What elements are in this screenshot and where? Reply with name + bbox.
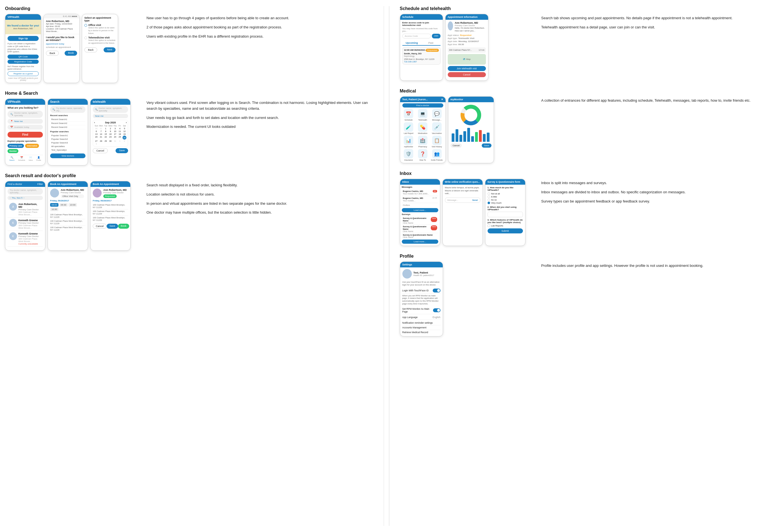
d3b[interactable]: 3	[94, 143, 98, 145]
d19[interactable]: 19	[122, 133, 127, 135]
q1-opt-3[interactable]: So so	[487, 199, 523, 201]
d14[interactable]: 14	[99, 133, 103, 135]
ph3-addr-2[interactable]: 100 Cadman Plaza West Brooklyn, NY 11229	[93, 210, 128, 216]
d17[interactable]: 17	[113, 133, 117, 135]
surveys-label[interactable]: Surveys	[402, 213, 438, 216]
how-to-icon-item[interactable]: ❓ How To	[416, 149, 429, 161]
upcoming-tab[interactable]: Upcoming	[402, 41, 421, 46]
appt-item-sched[interactable]: 12:00 AM 06/04/2021 Requested Smith, Har…	[402, 47, 441, 65]
q1-opt-4[interactable]: Very much	[487, 202, 523, 204]
d18[interactable]: 18	[118, 133, 122, 135]
messages-tab-label[interactable]: Messages	[402, 186, 438, 188]
load-more-btn-1[interactable]: Load more...	[402, 208, 438, 212]
signup-btn[interactable]: Sign Up	[7, 36, 39, 41]
send-btn[interactable]: Send	[472, 199, 478, 201]
d6[interactable]: 6	[94, 130, 98, 133]
recent-2[interactable]: Recent Search2	[50, 122, 85, 125]
d7[interactable]: 7	[99, 130, 103, 133]
back-btn-ph3[interactable]: Back	[84, 47, 97, 52]
d24[interactable]: 24	[113, 136, 117, 140]
slot-1[interactable]: 08:00	[50, 203, 59, 207]
popular-1[interactable]: Popular Search1	[50, 134, 85, 137]
notif-row[interactable]: Notification reminder settings	[402, 321, 441, 325]
popular-3[interactable]: Popular Search3	[50, 141, 85, 145]
d22[interactable]: 22	[103, 136, 108, 140]
d9[interactable]: 9	[108, 130, 113, 133]
q1-opt-2[interactable]: A little	[487, 196, 523, 198]
cancel-btn-ph3[interactable]: Cancel	[93, 224, 107, 229]
doc-item-1[interactable]: A Ann Robertson, MD Primary Care Doctor …	[7, 201, 43, 218]
accounts-row[interactable]: Accounts Management	[402, 325, 441, 330]
view-doctors-btn[interactable]: View doctors	[50, 153, 85, 158]
join-telehealth-btn[interactable]: Join telehealth visit	[448, 66, 486, 71]
register-guest-btn[interactable]: Register as a guest	[7, 71, 39, 76]
ph2-addr-3[interactable]: 100 Cadman Plaza West Brooklyn, NY 11229	[50, 226, 85, 232]
popular-5[interactable]: Test_Specialty1	[50, 148, 85, 152]
dentist-tag[interactable]: Dentist	[7, 149, 18, 153]
doc-item-3[interactable]: K Kenneth Greene Primary Care Doctor 300…	[7, 231, 43, 247]
date-selector[interactable]: › Thu, Nov 5 ‹	[7, 196, 43, 200]
medication-icon-item[interactable]: 💊 Medication	[416, 122, 429, 134]
d28[interactable]: 28	[99, 140, 103, 142]
find-doctor-btn-medical[interactable]: Find a doctor	[402, 103, 443, 107]
d1[interactable]: 1	[103, 127, 108, 130]
invite-friends-icon-item[interactable]: 👥 Invite Friends	[431, 149, 443, 161]
rpm-toggle[interactable]	[433, 308, 440, 312]
next-btn-ph3[interactable]: Next	[103, 47, 115, 52]
q2-input[interactable]	[487, 212, 523, 217]
d25[interactable]: 25	[118, 136, 122, 140]
slot-2[interactable]: 09:30	[59, 203, 68, 207]
past-tab[interactable]: Past	[421, 41, 441, 45]
nav-inbox[interactable]: ✉️Inbox	[29, 156, 33, 161]
visit-history-icon-item[interactable]: 📋 Visit History	[431, 136, 443, 148]
filter-label[interactable]: Filter	[37, 183, 43, 185]
ph3-addr-3[interactable]: 100 Cadman Plaza West Brooklyn, NY 11229	[93, 216, 128, 222]
d3[interactable]: 3	[113, 127, 117, 130]
find-btn[interactable]: Find	[7, 132, 43, 138]
access-code-input[interactable]: Access Code	[402, 34, 431, 39]
d26-today[interactable]: 26	[123, 136, 127, 140]
d30[interactable]: 30	[94, 127, 98, 130]
d4[interactable]: 4	[118, 127, 122, 130]
q3-opt-1[interactable]: Lab Reports	[487, 225, 523, 227]
join-btn-sched[interactable]: Join	[432, 34, 441, 39]
retrieve-row[interactable]: Retrieve Medical Record	[402, 330, 441, 334]
ph3-addr-1[interactable]: 100 Cadman Plaza West Brooklyn, NY 11229	[93, 203, 128, 210]
d29[interactable]: 29	[103, 140, 108, 142]
recent-1[interactable]: Recent Search1	[50, 118, 85, 122]
d31[interactable]: 31	[99, 127, 103, 130]
radio-opt3[interactable]	[487, 199, 490, 201]
tele-search-input[interactable]: 🔍 Doctor name, symptom, specialty	[93, 106, 128, 113]
d30b[interactable]: 30	[108, 140, 113, 142]
ph2-addr-1[interactable]: 100 Cadman Plaza West Brooklyn, NY 11229	[50, 213, 85, 219]
cal-cancel[interactable]: Cancel	[93, 148, 108, 153]
vaccination-icon-item[interactable]: 💉 Vaccination	[431, 122, 443, 134]
d12[interactable]: 12	[122, 130, 127, 133]
near-me-input[interactable]: 📍 Near me	[7, 119, 43, 124]
tele-option[interactable]: Telemedicine visit Select this option to…	[84, 36, 115, 45]
slot-3[interactable]: 10:00	[69, 203, 77, 207]
radio-opt4-selected[interactable]	[487, 202, 490, 204]
book-btn-ph3[interactable]: Book	[118, 224, 130, 229]
chart-save-btn[interactable]: Save	[482, 143, 491, 148]
survey-1[interactable]: Survey & Questionnaire Name New Clinic N…	[402, 216, 438, 225]
d23[interactable]: 23	[108, 136, 113, 140]
inbox-msg-2[interactable]: Eugene Castro, MD 18:05 Your mobile...	[402, 196, 438, 203]
doctor-input[interactable]: 🔍 Doctor name, symptom, specialty	[7, 110, 43, 118]
insurance-icon-item[interactable]: 🛡️ Insurance	[402, 149, 415, 161]
pharmacy-icon-item[interactable]: 🏥 Pharmacy	[416, 136, 429, 148]
internalist-tag[interactable]: Internalist	[25, 144, 39, 148]
popular-2[interactable]: Popular Search2	[50, 137, 85, 141]
d15[interactable]: 15	[103, 133, 108, 135]
d31b[interactable]: 31	[113, 140, 117, 142]
survey-2[interactable]: Survey & Questionnaire Name New Clinic N…	[402, 225, 438, 233]
d20[interactable]: 20	[94, 136, 98, 140]
d13[interactable]: 13	[94, 133, 98, 135]
nav-search[interactable]: 🔍Search	[9, 156, 14, 161]
d5[interactable]: 5	[122, 127, 127, 130]
d11[interactable]: 11	[118, 130, 122, 133]
office-option[interactable]: Office visit Select this option to be se…	[84, 24, 115, 34]
cal-prev[interactable]: ‹	[94, 121, 95, 124]
survey-3[interactable]: Survey & Questionnaire Name Clinic Name	[402, 233, 438, 239]
d8[interactable]: 8	[103, 130, 108, 133]
